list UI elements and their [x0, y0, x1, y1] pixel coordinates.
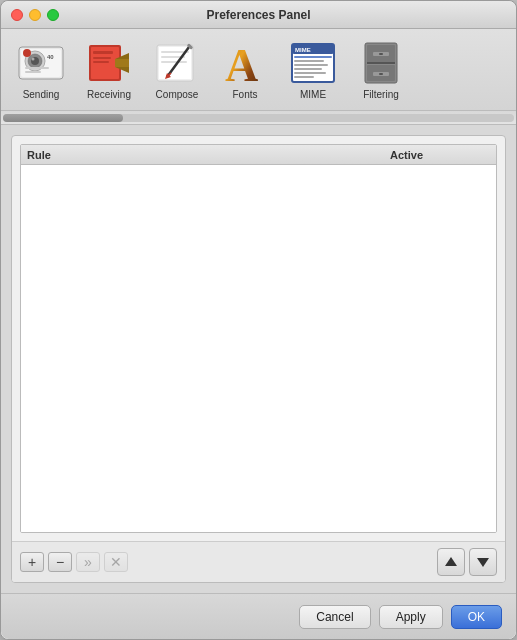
- svg-rect-43: [367, 62, 395, 64]
- table-header: Rule Active: [21, 145, 496, 165]
- svg-text:MIME: MIME: [295, 47, 311, 53]
- ok-button[interactable]: OK: [451, 605, 502, 629]
- toolbar-item-compose[interactable]: Compose: [145, 35, 209, 104]
- remove-rule-button[interactable]: −: [48, 552, 72, 572]
- duplicate-rule-button[interactable]: »: [76, 552, 100, 572]
- zoom-button[interactable]: [47, 9, 59, 21]
- svg-marker-45: [477, 558, 489, 567]
- panel-container: Rule Active + − » ✕: [11, 135, 506, 583]
- cancel-button[interactable]: Cancel: [299, 605, 370, 629]
- svg-rect-30: [294, 56, 332, 58]
- compose-label: Compose: [156, 89, 199, 100]
- svg-rect-21: [161, 61, 187, 63]
- svg-rect-14: [93, 61, 109, 63]
- toolbar-item-mime[interactable]: MIME MIME: [281, 35, 345, 104]
- filtering-icon: [357, 39, 405, 87]
- toolbar: 40 Sending Rec: [1, 29, 516, 111]
- fonts-label: Fonts: [232, 89, 257, 100]
- toolbar-item-fonts[interactable]: A Fonts: [213, 35, 277, 104]
- toolbar-item-filtering[interactable]: Filtering: [349, 35, 413, 104]
- scrollbar-track: [3, 114, 514, 122]
- window-controls: [11, 9, 59, 21]
- minimize-button[interactable]: [29, 9, 41, 21]
- column-rule: Rule: [27, 149, 390, 161]
- svg-rect-35: [294, 76, 314, 78]
- svg-rect-32: [294, 64, 328, 66]
- reorder-buttons: [437, 548, 497, 576]
- window-title: Preferences Panel: [206, 8, 310, 22]
- svg-point-7: [23, 49, 31, 57]
- move-up-button[interactable]: [437, 548, 465, 576]
- add-rule-button[interactable]: +: [20, 552, 44, 572]
- panel-toolbar: + − » ✕: [12, 541, 505, 582]
- svg-text:40: 40: [47, 54, 54, 60]
- svg-rect-13: [93, 57, 111, 59]
- svg-rect-31: [294, 60, 324, 62]
- svg-rect-16: [115, 59, 129, 67]
- close-button[interactable]: [11, 9, 23, 21]
- svg-text:A: A: [225, 40, 258, 87]
- svg-rect-12: [93, 51, 113, 54]
- mime-icon: MIME: [289, 39, 337, 87]
- move-down-button[interactable]: [469, 548, 497, 576]
- svg-rect-33: [294, 68, 322, 70]
- table-body: [21, 165, 496, 532]
- svg-rect-8: [25, 67, 49, 69]
- scrollbar-thumb: [3, 114, 123, 122]
- toolbar-scrollbar[interactable]: [1, 111, 516, 125]
- apply-button[interactable]: Apply: [379, 605, 443, 629]
- filtering-label: Filtering: [363, 89, 399, 100]
- fonts-icon: A: [221, 39, 269, 87]
- svg-rect-41: [379, 53, 383, 55]
- sending-icon: 40: [17, 39, 65, 87]
- toolbar-item-sending[interactable]: 40 Sending: [9, 35, 73, 104]
- compose-icon: [153, 39, 201, 87]
- sending-label: Sending: [23, 89, 60, 100]
- receiving-label: Receiving: [87, 89, 131, 100]
- svg-rect-9: [25, 71, 41, 73]
- title-bar: Preferences Panel: [1, 1, 516, 29]
- toolbar-item-receiving[interactable]: Receiving: [77, 35, 141, 104]
- mime-label: MIME: [300, 89, 326, 100]
- svg-marker-44: [445, 557, 457, 566]
- svg-rect-34: [294, 72, 326, 74]
- column-active: Active: [390, 149, 490, 161]
- rules-table: Rule Active: [20, 144, 497, 533]
- preferences-window: Preferences Panel 40 Sending: [0, 0, 517, 640]
- receiving-icon: [85, 39, 133, 87]
- content-area: Rule Active + − » ✕: [1, 125, 516, 593]
- bottom-bar: Cancel Apply OK: [1, 593, 516, 639]
- svg-rect-42: [379, 73, 383, 75]
- svg-point-5: [32, 58, 35, 61]
- delete-rule-button[interactable]: ✕: [104, 552, 128, 572]
